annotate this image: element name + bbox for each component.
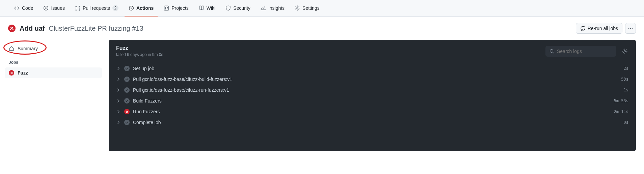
step-duration: 2s xyxy=(624,66,628,71)
tab-label: Wiki xyxy=(207,5,215,11)
step-row[interactable]: Pull gcr.io/oss-fuzz-base/cifuzz-build-f… xyxy=(115,74,630,85)
step-row[interactable]: Set up job2s xyxy=(115,63,630,74)
tab-label: Security xyxy=(233,5,250,11)
job-log-panel: Fuzz failed 6 days ago in 9m 0s Set up j… xyxy=(109,40,636,151)
svg-point-9 xyxy=(632,28,633,29)
run-subtitle: ClusterFuzzLite PR fuzzing #13 xyxy=(49,25,143,32)
step-row[interactable]: Run Fuzzers2m 11s xyxy=(115,106,630,117)
sync-icon xyxy=(580,26,586,31)
issue-icon xyxy=(43,5,49,11)
tab-insights[interactable]: Insights xyxy=(257,0,289,17)
svg-point-8 xyxy=(630,28,631,29)
svg-point-7 xyxy=(628,28,629,29)
step-name: Build Fuzzers xyxy=(133,98,611,104)
job-subtitle: failed 6 days ago in 9m 0s xyxy=(116,52,163,57)
tab-label: Actions xyxy=(136,5,154,11)
svg-rect-4 xyxy=(165,7,166,9)
status-success-icon xyxy=(124,120,130,125)
code-icon xyxy=(14,5,20,11)
kebab-icon xyxy=(628,26,633,31)
tab-pull-requests[interactable]: Pull requests 2 xyxy=(71,0,123,17)
header-actions: Re-run all jobs xyxy=(576,23,636,34)
workflow-title: Add uaf ClusterFuzzLite PR fuzzing #13 xyxy=(8,25,143,32)
tab-projects[interactable]: Projects xyxy=(160,0,193,17)
play-icon xyxy=(129,5,134,11)
chevron-right-icon xyxy=(116,67,121,70)
pull-request-icon xyxy=(75,5,80,11)
book-icon xyxy=(199,5,204,11)
status-failed-icon xyxy=(8,25,16,32)
chevron-right-icon xyxy=(116,99,121,103)
step-duration: 53s xyxy=(621,77,628,82)
repo-nav: Code Issues Pull requests 2 Actions Proj… xyxy=(0,0,644,17)
project-icon xyxy=(164,5,169,11)
sidebar-item-label: Summary xyxy=(18,46,38,51)
gear-icon xyxy=(295,5,300,11)
tab-label: Pull requests xyxy=(83,5,110,11)
status-failed-icon xyxy=(124,109,130,114)
tab-actions[interactable]: Actions xyxy=(125,0,158,17)
chevron-right-icon xyxy=(116,110,121,113)
rerun-all-jobs-button[interactable]: Re-run all jobs xyxy=(576,23,622,34)
step-row[interactable]: Build Fuzzers5m 53s xyxy=(115,95,630,106)
tab-label: Projects xyxy=(171,5,189,11)
step-name: Pull gcr.io/oss-fuzz-base/cifuzz-build-f… xyxy=(133,77,618,82)
step-duration: 1s xyxy=(624,88,628,92)
more-actions-button[interactable] xyxy=(625,23,636,34)
step-name: Run Fuzzers xyxy=(133,109,611,114)
step-name: Set up job xyxy=(133,66,620,71)
search-logs-input[interactable] xyxy=(557,49,612,54)
svg-point-1 xyxy=(45,7,47,9)
svg-rect-3 xyxy=(164,6,169,10)
shield-icon xyxy=(225,5,231,11)
search-logs-field[interactable] xyxy=(545,46,616,57)
workflow-run-header: Add uaf ClusterFuzzLite PR fuzzing #13 R… xyxy=(0,17,644,40)
tab-security[interactable]: Security xyxy=(221,0,254,17)
step-name: Pull gcr.io/oss-fuzz-base/cifuzz-run-fuz… xyxy=(133,87,620,93)
gear-icon xyxy=(622,49,627,54)
sidebar-heading-jobs: Jobs xyxy=(5,54,102,67)
tab-label: Insights xyxy=(268,5,285,11)
job-title: Fuzz xyxy=(116,45,163,51)
step-row[interactable]: Complete job0s xyxy=(115,117,630,128)
tab-code[interactable]: Code xyxy=(10,0,37,17)
step-duration: 5m 53s xyxy=(614,98,628,103)
sidebar-job-label: Fuzz xyxy=(18,70,28,76)
chevron-right-icon xyxy=(116,78,121,81)
button-label: Re-run all jobs xyxy=(588,26,618,31)
step-name: Complete job xyxy=(133,120,620,125)
step-duration: 2m 11s xyxy=(614,109,628,114)
status-failed-icon xyxy=(9,70,14,76)
chevron-right-icon xyxy=(116,121,121,124)
run-title: Add uaf xyxy=(20,25,45,32)
chevron-right-icon xyxy=(116,88,121,92)
tab-label: Issues xyxy=(51,5,64,11)
search-icon xyxy=(549,49,554,54)
run-sidebar: Summary Jobs Fuzz xyxy=(5,40,102,78)
tab-wiki[interactable]: Wiki xyxy=(195,0,219,17)
status-success-icon xyxy=(124,66,130,71)
tab-label: Code xyxy=(22,5,33,11)
graph-icon xyxy=(261,5,266,11)
tab-issues[interactable]: Issues xyxy=(39,0,69,17)
home-icon xyxy=(9,46,14,51)
tab-label: Settings xyxy=(302,5,320,11)
svg-point-11 xyxy=(624,50,626,52)
status-success-icon xyxy=(124,77,130,82)
svg-point-6 xyxy=(297,7,298,9)
step-row[interactable]: Pull gcr.io/oss-fuzz-base/cifuzz-run-fuz… xyxy=(115,85,630,95)
log-settings-button[interactable] xyxy=(620,46,630,56)
tab-settings[interactable]: Settings xyxy=(291,0,324,17)
sidebar-item-summary[interactable]: Summary xyxy=(5,43,102,54)
status-success-icon xyxy=(124,98,130,104)
sidebar-job-fuzz[interactable]: Fuzz xyxy=(5,67,102,78)
step-duration: 0s xyxy=(624,120,628,125)
svg-rect-5 xyxy=(167,7,168,8)
status-success-icon xyxy=(124,87,130,93)
pull-requests-count: 2 xyxy=(112,5,118,11)
